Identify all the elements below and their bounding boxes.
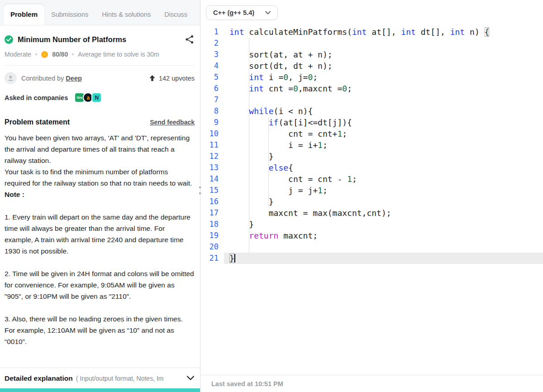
code-line[interactable]: 16 } bbox=[200, 196, 543, 207]
problem-panel: ProblemSubmissionsHints & solutionsDiscu… bbox=[0, 0, 200, 392]
problem-content: Minimum Number of Platforms Moderate ⚡ 8… bbox=[0, 25, 200, 392]
line-number: 9 bbox=[200, 117, 224, 128]
app: ProblemSubmissionsHints & solutionsDiscu… bbox=[0, 0, 543, 392]
code-line[interactable]: 15 j = j+1; bbox=[200, 185, 543, 196]
tab-bar: ProblemSubmissionsHints & solutionsDiscu… bbox=[0, 0, 200, 25]
score-value: 80/80 bbox=[52, 51, 68, 58]
statement-paragraph: 2. Time will be given in 24H format and … bbox=[5, 268, 195, 302]
editor-header: C++ (g++ 5.4) bbox=[200, 0, 543, 25]
line-number: 6 bbox=[200, 83, 224, 94]
separator-dot bbox=[72, 53, 74, 55]
line-number: 2 bbox=[200, 38, 224, 49]
tab-problem[interactable]: Problem bbox=[4, 5, 44, 25]
line-number: 11 bbox=[200, 139, 224, 151]
line-number: 13 bbox=[200, 162, 224, 173]
solved-check-icon bbox=[5, 35, 13, 44]
language-selector[interactable]: C++ (g++ 5.4) bbox=[206, 5, 278, 20]
companies-row: Asked in companies GroaN bbox=[5, 92, 195, 103]
code-line[interactable]: 10 cnt = cnt+1; bbox=[200, 128, 543, 139]
editor-panel: C++ (g++ 5.4) 1int calculateMinPatforms(… bbox=[200, 0, 543, 392]
code-editor[interactable]: 1int calculateMinPatforms(int at[], int … bbox=[200, 25, 543, 375]
tab-submissions[interactable]: Submissions bbox=[44, 5, 95, 25]
line-number: 5 bbox=[200, 72, 224, 83]
detailed-explanation-title: Detailed explanation bbox=[5, 374, 73, 382]
statement-header: Problem statement Send feedback bbox=[5, 118, 195, 126]
code-line[interactable]: 13 else{ bbox=[200, 162, 543, 173]
code-line[interactable]: 17 maxcnt = max(maxcnt,cnt); bbox=[200, 207, 543, 219]
line-number: 10 bbox=[200, 128, 224, 139]
line-number: 21 bbox=[200, 253, 224, 264]
upvotes[interactable]: 142 upvotes bbox=[149, 75, 195, 82]
statement-paragraph: Note : bbox=[5, 189, 195, 200]
contributor-link[interactable]: Deep bbox=[66, 75, 81, 82]
code-line[interactable]: 7 bbox=[200, 94, 543, 105]
code-line[interactable]: 20 bbox=[200, 241, 543, 253]
tab-discuss[interactable]: Discuss bbox=[157, 5, 194, 25]
contributed-by: Contributed by Deep bbox=[21, 75, 149, 82]
code-line[interactable]: 5 int i =0, j=0; bbox=[200, 72, 543, 83]
difficulty-label: Moderate bbox=[5, 51, 31, 58]
upvote-arrow-icon bbox=[149, 75, 156, 81]
code-line[interactable]: 8 while(i < n){ bbox=[200, 105, 543, 117]
asked-in-label: Asked in companies bbox=[5, 94, 68, 101]
statement-paragraph: 1. Every train will depart on the same d… bbox=[5, 211, 195, 257]
code-line[interactable]: 9 if(at[i]<=dt[j]){ bbox=[200, 117, 543, 128]
detailed-explanation-bar[interactable]: Detailed explanation ( Input/output form… bbox=[0, 368, 200, 388]
detailed-explanation-subtitle: ( Input/output format, Notes, Im bbox=[76, 375, 185, 382]
line-number: 15 bbox=[200, 185, 224, 196]
line-number: 18 bbox=[200, 219, 224, 230]
text-cursor bbox=[234, 254, 235, 263]
code-line[interactable]: 3 sort(at, at + n); bbox=[200, 49, 543, 60]
line-number: 14 bbox=[200, 173, 224, 185]
share-icon[interactable] bbox=[185, 34, 195, 44]
code-line[interactable]: 18 } bbox=[200, 219, 543, 230]
line-number: 12 bbox=[200, 151, 224, 162]
language-label: C++ (g++ 5.4) bbox=[213, 9, 254, 16]
contributor-row: Contributed by Deep 142 upvotes bbox=[5, 66, 195, 91]
editor-footer: Last saved at 10:51 PM bbox=[200, 375, 543, 392]
avatar bbox=[5, 72, 17, 84]
chevron-down-icon bbox=[265, 11, 271, 14]
line-number: 4 bbox=[200, 60, 224, 72]
line-number: 8 bbox=[200, 105, 224, 117]
line-number: 7 bbox=[200, 94, 224, 105]
line-number: 19 bbox=[200, 230, 224, 241]
horizontal-scrollbar[interactable] bbox=[0, 388, 200, 392]
code-line[interactable]: 14 cnt = cnt - 1; bbox=[200, 173, 543, 185]
statement-paragraph: You have been given two arrays, 'AT' and… bbox=[5, 132, 195, 166]
statement-heading: Problem statement bbox=[5, 118, 70, 126]
panel-resize-handle[interactable] bbox=[198, 186, 202, 194]
code-line[interactable]: 12 } bbox=[200, 151, 543, 162]
statement-paragraph: 3. Also, there will be no leading zeroes… bbox=[5, 313, 195, 347]
code-line[interactable]: 11 i = i+1; bbox=[200, 139, 543, 151]
code-area: 1int calculateMinPatforms(int at[], int … bbox=[200, 26, 543, 264]
code-line[interactable]: 4 sort(dt, dt + n); bbox=[200, 60, 543, 72]
company-logo: N bbox=[91, 92, 102, 103]
line-number: 16 bbox=[200, 196, 224, 207]
code-line[interactable]: 2 bbox=[200, 38, 543, 49]
tab-hints-solutions[interactable]: Hints & solutions bbox=[95, 5, 157, 25]
code-line[interactable]: 21} bbox=[200, 253, 543, 264]
line-number: 3 bbox=[200, 49, 224, 60]
meta-row: Moderate ⚡ 80/80 Average time to solve i… bbox=[5, 51, 195, 58]
line-number: 20 bbox=[200, 241, 224, 253]
statement-paragraph: Your task is to find the minimum number … bbox=[5, 166, 195, 189]
page-title: Minimum Number of Platforms bbox=[18, 35, 185, 44]
send-feedback-link[interactable]: Send feedback bbox=[150, 119, 195, 126]
upvote-count: 142 upvotes bbox=[159, 75, 195, 82]
title-row: Minimum Number of Platforms bbox=[5, 34, 195, 44]
score-coin-icon: ⚡ bbox=[41, 51, 48, 58]
contributed-by-prefix: Contributed by bbox=[21, 75, 64, 82]
last-saved-status: Last saved at 10:51 PM bbox=[211, 380, 283, 387]
code-line[interactable]: 19 return maxcnt; bbox=[200, 230, 543, 241]
problem-statement-text: You have been given two arrays, 'AT' and… bbox=[5, 132, 195, 347]
average-time-label: Average time to solve is 30m bbox=[78, 51, 159, 58]
chevron-down-icon[interactable] bbox=[186, 374, 195, 382]
code-line[interactable]: 6 int cnt =0,maxcnt =0; bbox=[200, 83, 543, 94]
separator-dot bbox=[35, 53, 37, 55]
company-logos: GroaN bbox=[74, 92, 102, 103]
line-number: 17 bbox=[200, 207, 224, 219]
line-number: 1 bbox=[200, 26, 224, 38]
code-line[interactable]: 1int calculateMinPatforms(int at[], int … bbox=[200, 26, 543, 38]
